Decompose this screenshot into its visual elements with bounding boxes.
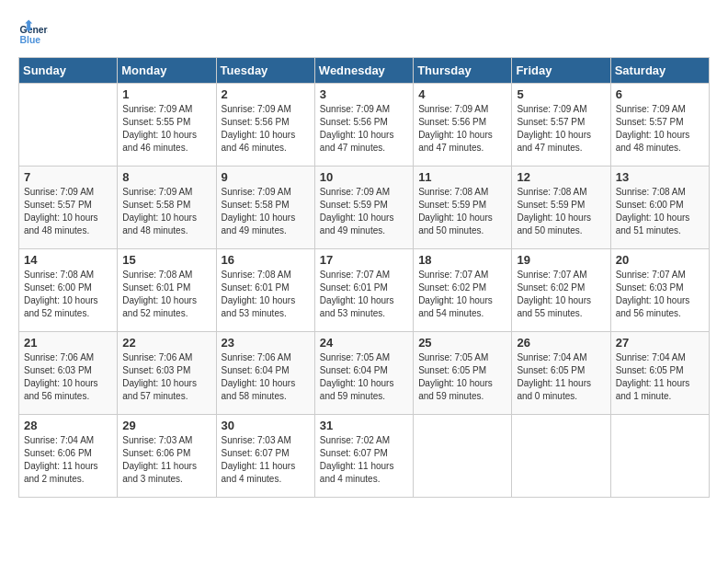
day-number: 14 xyxy=(24,253,112,267)
day-info: Sunrise: 7:08 AM Sunset: 5:59 PM Dayligh… xyxy=(517,186,605,237)
calendar-cell: 25Sunrise: 7:05 AM Sunset: 6:05 PM Dayli… xyxy=(414,332,512,415)
calendar-cell: 17Sunrise: 7:07 AM Sunset: 6:01 PM Dayli… xyxy=(314,249,413,332)
day-number: 8 xyxy=(122,170,210,184)
weekday-header-wednesday: Wednesday xyxy=(314,58,413,84)
day-info: Sunrise: 7:05 AM Sunset: 6:05 PM Dayligh… xyxy=(418,351,506,403)
calendar-cell: 26Sunrise: 7:04 AM Sunset: 6:05 PM Dayli… xyxy=(512,332,610,415)
calendar-cell: 2Sunrise: 7:09 AM Sunset: 5:56 PM Daylig… xyxy=(216,84,314,167)
weekday-header-saturday: Saturday xyxy=(610,58,709,84)
day-info: Sunrise: 7:08 AM Sunset: 6:01 PM Dayligh… xyxy=(122,269,210,320)
calendar-week-row: 21Sunrise: 7:06 AM Sunset: 6:03 PM Dayli… xyxy=(19,332,710,415)
day-number: 23 xyxy=(222,336,310,350)
day-number: 13 xyxy=(616,170,704,184)
calendar-cell: 14Sunrise: 7:08 AM Sunset: 6:00 PM Dayli… xyxy=(19,249,118,332)
calendar-cell: 21Sunrise: 7:06 AM Sunset: 6:03 PM Dayli… xyxy=(19,332,118,415)
calendar-cell: 16Sunrise: 7:08 AM Sunset: 6:01 PM Dayli… xyxy=(216,249,314,332)
calendar-table: SundayMondayTuesdayWednesdayThursdayFrid… xyxy=(18,57,710,498)
calendar-week-row: 28Sunrise: 7:04 AM Sunset: 6:06 PM Dayli… xyxy=(19,415,710,498)
day-number: 1 xyxy=(122,87,210,101)
calendar-cell xyxy=(19,84,118,167)
day-number: 4 xyxy=(418,87,506,101)
calendar-cell: 27Sunrise: 7:04 AM Sunset: 6:05 PM Dayli… xyxy=(610,332,709,415)
calendar-cell: 4Sunrise: 7:09 AM Sunset: 5:56 PM Daylig… xyxy=(414,84,512,167)
calendar-week-row: 7Sunrise: 7:09 AM Sunset: 5:57 PM Daylig… xyxy=(19,167,710,249)
calendar-cell: 12Sunrise: 7:08 AM Sunset: 5:59 PM Dayli… xyxy=(512,167,610,249)
calendar-cell: 23Sunrise: 7:06 AM Sunset: 6:04 PM Dayli… xyxy=(216,332,314,415)
day-number: 9 xyxy=(222,170,310,184)
day-info: Sunrise: 7:09 AM Sunset: 5:57 PM Dayligh… xyxy=(517,103,605,155)
day-info: Sunrise: 7:09 AM Sunset: 5:57 PM Dayligh… xyxy=(24,186,112,237)
day-number: 22 xyxy=(122,336,210,350)
calendar-cell: 28Sunrise: 7:04 AM Sunset: 6:06 PM Dayli… xyxy=(19,415,118,498)
calendar-cell: 29Sunrise: 7:03 AM Sunset: 6:06 PM Dayli… xyxy=(118,415,216,498)
calendar-cell: 3Sunrise: 7:09 AM Sunset: 5:56 PM Daylig… xyxy=(314,84,413,167)
day-number: 19 xyxy=(517,253,605,267)
calendar-week-row: 14Sunrise: 7:08 AM Sunset: 6:00 PM Dayli… xyxy=(19,249,710,332)
day-number: 26 xyxy=(517,336,605,350)
weekday-header-monday: Monday xyxy=(118,58,216,84)
calendar-cell: 31Sunrise: 7:02 AM Sunset: 6:07 PM Dayli… xyxy=(314,415,413,498)
calendar-cell: 1Sunrise: 7:09 AM Sunset: 5:55 PM Daylig… xyxy=(118,84,216,167)
calendar-cell: 8Sunrise: 7:09 AM Sunset: 5:58 PM Daylig… xyxy=(118,167,216,249)
page-header: General Blue xyxy=(18,18,710,48)
day-number: 5 xyxy=(517,87,605,101)
calendar-cell: 18Sunrise: 7:07 AM Sunset: 6:02 PM Dayli… xyxy=(414,249,512,332)
calendar-cell xyxy=(512,415,610,498)
weekday-header-sunday: Sunday xyxy=(19,58,118,84)
calendar-cell: 24Sunrise: 7:05 AM Sunset: 6:04 PM Dayli… xyxy=(314,332,413,415)
weekday-header-row: SundayMondayTuesdayWednesdayThursdayFrid… xyxy=(19,58,710,84)
day-info: Sunrise: 7:08 AM Sunset: 6:01 PM Dayligh… xyxy=(222,269,310,320)
day-info: Sunrise: 7:04 AM Sunset: 6:05 PM Dayligh… xyxy=(517,351,605,403)
day-info: Sunrise: 7:09 AM Sunset: 5:55 PM Dayligh… xyxy=(122,103,210,155)
day-number: 29 xyxy=(122,419,210,432)
day-info: Sunrise: 7:06 AM Sunset: 6:04 PM Dayligh… xyxy=(222,351,310,403)
calendar-cell: 13Sunrise: 7:08 AM Sunset: 6:00 PM Dayli… xyxy=(610,167,709,249)
day-number: 20 xyxy=(616,253,704,267)
day-number: 17 xyxy=(320,253,408,267)
day-info: Sunrise: 7:09 AM Sunset: 5:58 PM Dayligh… xyxy=(122,186,210,237)
day-number: 18 xyxy=(418,253,506,267)
day-number: 10 xyxy=(320,170,408,184)
day-number: 30 xyxy=(222,419,310,432)
calendar-week-row: 1Sunrise: 7:09 AM Sunset: 5:55 PM Daylig… xyxy=(19,84,710,167)
day-number: 31 xyxy=(320,419,408,432)
day-info: Sunrise: 7:09 AM Sunset: 5:56 PM Dayligh… xyxy=(418,103,506,155)
day-number: 2 xyxy=(222,87,310,101)
day-info: Sunrise: 7:09 AM Sunset: 5:56 PM Dayligh… xyxy=(320,103,408,155)
day-number: 25 xyxy=(418,336,506,350)
day-info: Sunrise: 7:07 AM Sunset: 6:03 PM Dayligh… xyxy=(616,269,704,320)
day-info: Sunrise: 7:09 AM Sunset: 5:57 PM Dayligh… xyxy=(616,103,704,155)
day-number: 7 xyxy=(24,170,112,184)
day-info: Sunrise: 7:08 AM Sunset: 6:00 PM Dayligh… xyxy=(24,269,112,320)
day-number: 6 xyxy=(616,87,704,101)
day-number: 3 xyxy=(320,87,408,101)
day-info: Sunrise: 7:05 AM Sunset: 6:04 PM Dayligh… xyxy=(320,351,408,403)
day-info: Sunrise: 7:08 AM Sunset: 6:00 PM Dayligh… xyxy=(616,186,704,237)
calendar-cell: 20Sunrise: 7:07 AM Sunset: 6:03 PM Dayli… xyxy=(610,249,709,332)
day-info: Sunrise: 7:07 AM Sunset: 6:01 PM Dayligh… xyxy=(320,269,408,320)
day-info: Sunrise: 7:09 AM Sunset: 5:59 PM Dayligh… xyxy=(320,186,408,237)
svg-text:Blue: Blue xyxy=(20,35,41,45)
day-number: 11 xyxy=(418,170,506,184)
day-info: Sunrise: 7:06 AM Sunset: 6:03 PM Dayligh… xyxy=(24,351,112,403)
calendar-cell xyxy=(610,415,709,498)
day-number: 12 xyxy=(517,170,605,184)
svg-text:General: General xyxy=(20,25,48,35)
day-number: 15 xyxy=(122,253,210,267)
calendar-cell: 5Sunrise: 7:09 AM Sunset: 5:57 PM Daylig… xyxy=(512,84,610,167)
calendar-cell: 30Sunrise: 7:03 AM Sunset: 6:07 PM Dayli… xyxy=(216,415,314,498)
day-info: Sunrise: 7:04 AM Sunset: 6:06 PM Dayligh… xyxy=(24,434,112,486)
day-info: Sunrise: 7:07 AM Sunset: 6:02 PM Dayligh… xyxy=(517,269,605,320)
weekday-header-tuesday: Tuesday xyxy=(216,58,314,84)
calendar-cell: 6Sunrise: 7:09 AM Sunset: 5:57 PM Daylig… xyxy=(610,84,709,167)
day-info: Sunrise: 7:09 AM Sunset: 5:56 PM Dayligh… xyxy=(222,103,310,155)
calendar-cell: 15Sunrise: 7:08 AM Sunset: 6:01 PM Dayli… xyxy=(118,249,216,332)
calendar-cell: 10Sunrise: 7:09 AM Sunset: 5:59 PM Dayli… xyxy=(314,167,413,249)
day-number: 21 xyxy=(24,336,112,350)
day-info: Sunrise: 7:03 AM Sunset: 6:06 PM Dayligh… xyxy=(122,434,210,486)
calendar-cell: 11Sunrise: 7:08 AM Sunset: 5:59 PM Dayli… xyxy=(414,167,512,249)
calendar-cell: 19Sunrise: 7:07 AM Sunset: 6:02 PM Dayli… xyxy=(512,249,610,332)
day-info: Sunrise: 7:06 AM Sunset: 6:03 PM Dayligh… xyxy=(122,351,210,403)
day-info: Sunrise: 7:07 AM Sunset: 6:02 PM Dayligh… xyxy=(418,269,506,320)
day-number: 24 xyxy=(320,336,408,350)
